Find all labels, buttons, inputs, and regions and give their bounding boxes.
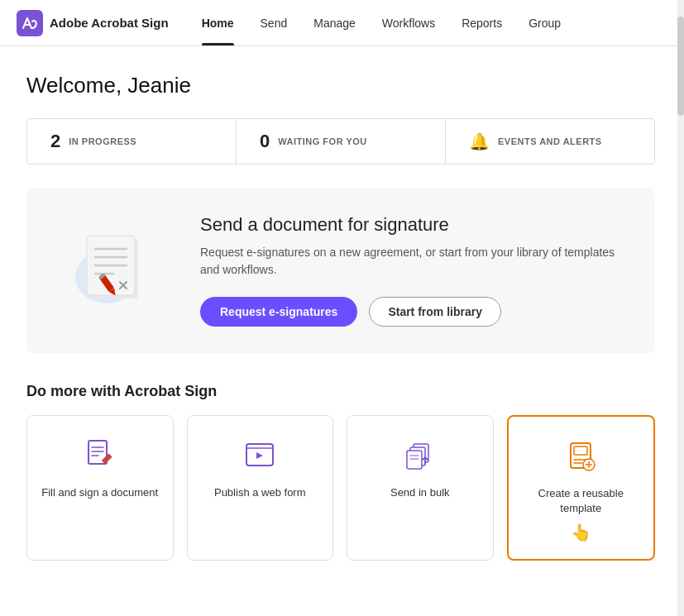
brand-logo-icon	[17, 10, 43, 36]
nav-item-home[interactable]: Home	[189, 0, 247, 45]
nav-item-group[interactable]: Group	[515, 0, 574, 45]
stat-in-progress[interactable]: 2 IN PROGRESS	[27, 119, 237, 164]
send-bulk-icon	[400, 436, 440, 475]
feature-cards-row: Fill and sign a document Publish a web f…	[26, 415, 655, 561]
hero-illustration	[60, 217, 167, 324]
document-illustration-icon	[64, 221, 163, 320]
start-from-library-button[interactable]: Start from library	[369, 297, 501, 327]
feature-card-template[interactable]: Create a reusable template 👆	[507, 415, 656, 561]
hero-description: Request e-signatures on a new agreement,…	[200, 244, 622, 279]
do-more-title: Do more with Acrobat Sign	[26, 383, 658, 400]
svg-rect-23	[407, 451, 422, 469]
stat-alerts[interactable]: 🔔 EVENTS AND ALERTS	[446, 120, 654, 163]
bell-icon: 🔔	[469, 131, 490, 151]
template-icon	[561, 437, 600, 476]
waiting-count: 0	[260, 131, 270, 152]
fill-sign-label: Fill and sign a document	[41, 485, 158, 500]
waiting-label: WAITING FOR YOU	[278, 136, 367, 146]
fill-sign-icon	[80, 436, 120, 475]
feature-card-send-bulk[interactable]: Send in bulk	[347, 415, 494, 561]
brand[interactable]: Adobe Acrobat Sign	[17, 10, 169, 36]
in-progress-label: IN PROGRESS	[69, 136, 136, 146]
hero-title: Send a document for signature	[200, 214, 622, 236]
svg-rect-27	[574, 446, 587, 455]
stat-waiting[interactable]: 0 WAITING FOR YOU	[237, 119, 446, 164]
cursor-hand-icon: 👆	[571, 523, 591, 542]
nav-item-manage[interactable]: Manage	[300, 0, 369, 45]
alerts-label: EVENTS AND ALERTS	[498, 136, 602, 146]
nav-links: Home Send Manage Workflows Reports Group	[189, 0, 574, 45]
feature-card-fill-sign[interactable]: Fill and sign a document	[26, 415, 174, 561]
do-more-section: Do more with Acrobat Sign Fill and sign …	[26, 383, 658, 561]
brand-name: Adobe Acrobat Sign	[50, 16, 169, 30]
nav-item-reports[interactable]: Reports	[448, 0, 515, 45]
web-form-icon	[240, 436, 280, 475]
send-bulk-label: Send in bulk	[390, 485, 450, 500]
welcome-title: Welcome, Jeanie	[26, 73, 658, 98]
nav-item-workflows[interactable]: Workflows	[369, 0, 448, 45]
main-content: Welcome, Jeanie 2 IN PROGRESS 0 WAITING …	[0, 46, 684, 580]
scrollbar[interactable]	[677, 0, 684, 616]
request-esignatures-button[interactable]: Request e-signatures	[200, 297, 357, 327]
scrollbar-thumb[interactable]	[677, 17, 684, 116]
hero-content: Send a document for signature Request e-…	[200, 214, 622, 327]
nav-item-send[interactable]: Send	[247, 0, 301, 45]
template-label: Create a reusable template	[522, 486, 641, 516]
in-progress-count: 2	[50, 131, 60, 152]
hero-card: Send a document for signature Request e-…	[26, 188, 655, 353]
web-form-label: Publish a web form	[214, 485, 306, 500]
hero-actions: Request e-signatures Start from library	[200, 297, 622, 327]
stats-bar: 2 IN PROGRESS 0 WAITING FOR YOU 🔔 EVENTS…	[26, 118, 655, 165]
navbar: Adobe Acrobat Sign Home Send Manage Work…	[0, 0, 684, 46]
feature-card-web-form[interactable]: Publish a web form	[187, 415, 334, 561]
